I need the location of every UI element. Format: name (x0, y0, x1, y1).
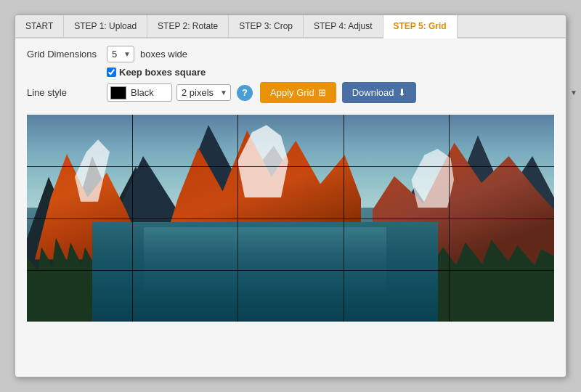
apply-grid-label: Apply Grid (270, 87, 314, 98)
grid-dimensions-label: Grid Dimensions (27, 49, 107, 60)
tab-crop[interactable]: STEP 3: Crop (229, 15, 304, 37)
lake-reflection (144, 227, 386, 297)
pixel-select[interactable]: 2 pixels 1 pixel 3 pixels 4 pixels (176, 84, 231, 101)
keep-square-label: Keep boxes square (119, 67, 206, 78)
grid-dimensions-row: Grid Dimensions 5 3 4 6 7 8 ▼ boxes wide (27, 46, 554, 62)
tab-rotate[interactable]: STEP 2: Rotate (147, 15, 229, 37)
download-button[interactable]: Download ⬇ (342, 82, 416, 103)
apply-grid-icon: ⊞ (318, 87, 326, 98)
apply-grid-button[interactable]: Apply Grid ⊞ (260, 82, 336, 103)
keep-square-row: Keep boxes square (107, 67, 554, 78)
line-style-row: Line style Black White Red Blue ▼ 2 pixe… (27, 82, 554, 103)
download-icon: ⬇ (398, 87, 406, 98)
image-canvas (27, 115, 554, 322)
color-select[interactable]: Black White Red Blue (129, 86, 168, 99)
image-area (27, 115, 554, 322)
pixel-select-wrapper: 2 pixels 1 pixel 3 pixels 4 pixels ▼ (176, 84, 231, 101)
tab-adjust[interactable]: STEP 4: Adjust (304, 15, 383, 37)
keep-square-checkbox[interactable] (107, 68, 116, 77)
forest-left (27, 229, 99, 322)
info-button[interactable]: ? (237, 85, 253, 101)
color-select-wrapper: Black White Red Blue ▼ (107, 83, 172, 102)
controls-panel: Grid Dimensions 5 3 4 6 7 8 ▼ boxes wide… (15, 38, 566, 112)
tab-grid[interactable]: STEP 5: Grid (383, 15, 458, 38)
color-swatch (110, 86, 126, 99)
line-style-label: Line style (27, 87, 107, 98)
forest-right (423, 229, 554, 322)
boxes-wide-select[interactable]: 5 3 4 6 7 8 (107, 46, 134, 62)
lake-layer (92, 222, 438, 322)
boxes-wide-label: boxes wide (140, 49, 187, 60)
tab-upload[interactable]: STEP 1: Upload (64, 15, 147, 37)
tab-bar: START STEP 1: Upload STEP 2: Rotate STEP… (15, 15, 566, 38)
boxes-wide-select-wrapper: 5 3 4 6 7 8 ▼ (107, 46, 134, 62)
download-label: Download (352, 87, 394, 98)
app-window: START STEP 1: Upload STEP 2: Rotate STEP… (15, 15, 566, 377)
tab-start[interactable]: START (15, 15, 64, 37)
